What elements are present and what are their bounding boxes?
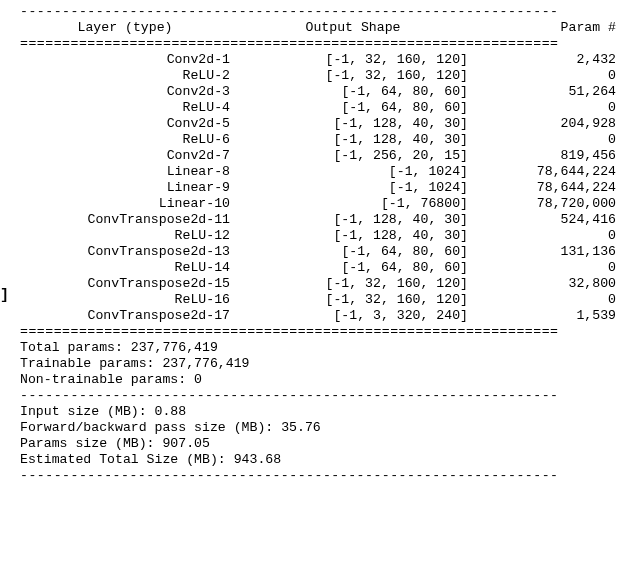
- cell-shape: [-1, 64, 80, 60]: [238, 84, 476, 100]
- cell-layer: Linear-8: [20, 164, 238, 180]
- cell-param: 78,720,000: [476, 196, 616, 212]
- cell-shape: [-1, 128, 40, 30]: [238, 116, 476, 132]
- cell-shape: [-1, 1024]: [238, 180, 476, 196]
- table-row: Linear-9[-1, 1024]78,644,224: [20, 180, 632, 196]
- table-row: ConvTranspose2d-17[-1, 3, 320, 240]1,539: [20, 308, 632, 324]
- cell-param: 78,644,224: [476, 180, 616, 196]
- cell-layer: ReLU-6: [20, 132, 238, 148]
- cell-shape: [-1, 64, 80, 60]: [238, 244, 476, 260]
- page: ] --------------------------------------…: [0, 0, 640, 561]
- rule-dash-top: ----------------------------------------…: [20, 4, 632, 20]
- cell-layer: ConvTranspose2d-13: [20, 244, 238, 260]
- table-row: ReLU-6[-1, 128, 40, 30]0: [20, 132, 632, 148]
- cell-shape: [-1, 32, 160, 120]: [238, 292, 476, 308]
- cell-shape: [-1, 32, 160, 120]: [238, 276, 476, 292]
- cell-layer: ConvTranspose2d-17: [20, 308, 238, 324]
- table-row: ReLU-16[-1, 32, 160, 120]0: [20, 292, 632, 308]
- cell-param: 0: [476, 68, 616, 84]
- cell-shape: [-1, 3, 320, 240]: [238, 308, 476, 324]
- header-row: Layer (type) Output Shape Param #: [20, 20, 632, 36]
- cell-param: 51,264: [476, 84, 616, 100]
- cell-layer: ReLU-16: [20, 292, 238, 308]
- cell-layer: Linear-10: [20, 196, 238, 212]
- cell-shape: [-1, 1024]: [238, 164, 476, 180]
- cell-param: 2,432: [476, 52, 616, 68]
- cell-shape: [-1, 128, 40, 30]: [238, 228, 476, 244]
- cell-param: 78,644,224: [476, 164, 616, 180]
- model-summary: ----------------------------------------…: [20, 0, 632, 484]
- table-row: ReLU-4[-1, 64, 80, 60]0: [20, 100, 632, 116]
- table-row: ConvTranspose2d-13[-1, 64, 80, 60]131,13…: [20, 244, 632, 260]
- rule-eq-2: ========================================…: [20, 324, 632, 340]
- cell-layer: ReLU-12: [20, 228, 238, 244]
- cell-layer: Linear-9: [20, 180, 238, 196]
- table-row: Linear-10[-1, 76800]78,720,000: [20, 196, 632, 212]
- cell-shape: [-1, 256, 20, 15]: [238, 148, 476, 164]
- header-shape: Output Shape: [238, 20, 476, 36]
- cell-param: 524,416: [476, 212, 616, 228]
- cell-layer: ConvTranspose2d-11: [20, 212, 238, 228]
- cell-shape: [-1, 76800]: [238, 196, 476, 212]
- cell-param: 204,928: [476, 116, 616, 132]
- rule-dash-bottom: ----------------------------------------…: [20, 468, 632, 484]
- table-row: ConvTranspose2d-11[-1, 128, 40, 30]524,4…: [20, 212, 632, 228]
- sizes-block: Input size (MB): 0.88 Forward/backward p…: [20, 404, 632, 468]
- cell-param: 0: [476, 260, 616, 276]
- table-row: ReLU-14[-1, 64, 80, 60]0: [20, 260, 632, 276]
- totals-block: Total params: 237,776,419 Trainable para…: [20, 340, 632, 388]
- cell-param: 0: [476, 228, 616, 244]
- cell-shape: [-1, 128, 40, 30]: [238, 132, 476, 148]
- cell-shape: [-1, 64, 80, 60]: [238, 100, 476, 116]
- cell-param: 819,456: [476, 148, 616, 164]
- table-row: Linear-8[-1, 1024]78,644,224: [20, 164, 632, 180]
- margin-bracket-icon: ]: [0, 288, 9, 304]
- table-row: Conv2d-5[-1, 128, 40, 30]204,928: [20, 116, 632, 132]
- cell-layer: ReLU-2: [20, 68, 238, 84]
- cell-param: 0: [476, 100, 616, 116]
- cell-layer: Conv2d-7: [20, 148, 238, 164]
- cell-shape: [-1, 128, 40, 30]: [238, 212, 476, 228]
- cell-param: 1,539: [476, 308, 616, 324]
- cell-param: 131,136: [476, 244, 616, 260]
- header-layer: Layer (type): [20, 20, 238, 36]
- cell-shape: [-1, 32, 160, 120]: [238, 68, 476, 84]
- cell-layer: ReLU-14: [20, 260, 238, 276]
- cell-param: 0: [476, 132, 616, 148]
- cell-param: 32,800: [476, 276, 616, 292]
- cell-shape: [-1, 32, 160, 120]: [238, 52, 476, 68]
- table-row: ReLU-12[-1, 128, 40, 30]0: [20, 228, 632, 244]
- rule-dash-mid: ----------------------------------------…: [20, 388, 632, 404]
- cell-param: 0: [476, 292, 616, 308]
- cell-layer: Conv2d-5: [20, 116, 238, 132]
- table-row: Conv2d-7[-1, 256, 20, 15]819,456: [20, 148, 632, 164]
- cell-layer: ConvTranspose2d-15: [20, 276, 238, 292]
- cell-layer: Conv2d-1: [20, 52, 238, 68]
- table-row: Conv2d-3[-1, 64, 80, 60]51,264: [20, 84, 632, 100]
- cell-shape: [-1, 64, 80, 60]: [238, 260, 476, 276]
- table-row: ConvTranspose2d-15[-1, 32, 160, 120]32,8…: [20, 276, 632, 292]
- layer-rows: Conv2d-1[-1, 32, 160, 120]2,432ReLU-2[-1…: [20, 52, 632, 324]
- table-row: Conv2d-1[-1, 32, 160, 120]2,432: [20, 52, 632, 68]
- rule-eq-1: ========================================…: [20, 36, 632, 52]
- header-param: Param #: [476, 20, 616, 36]
- cell-layer: ReLU-4: [20, 100, 238, 116]
- cell-layer: Conv2d-3: [20, 84, 238, 100]
- table-row: ReLU-2[-1, 32, 160, 120]0: [20, 68, 632, 84]
